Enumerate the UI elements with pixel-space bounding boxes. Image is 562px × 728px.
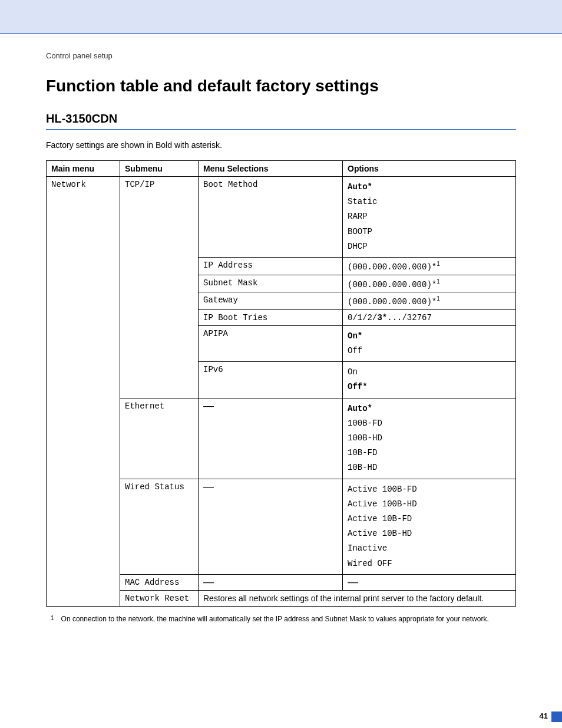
opt: 10B-HD: [348, 460, 511, 475]
opt: On: [348, 365, 511, 380]
breadcrumb: Control panel setup: [46, 51, 516, 60]
opt: Static: [348, 195, 511, 209]
col-main-menu: Main menu: [47, 161, 120, 177]
sel-ip-boot-tries: IP Boot Tries: [199, 309, 343, 325]
opt-ipv6: On Off*: [343, 362, 516, 398]
sel-ip-address: IP Address: [199, 257, 343, 275]
sel-ethernet: —: [199, 398, 343, 479]
footnote-number: 1: [51, 615, 54, 623]
footnote-text: On connection to the network, the machin…: [61, 615, 489, 623]
sel-boot-method: Boot Method: [199, 177, 343, 258]
submenu-mac-address: MAC Address: [120, 574, 199, 590]
submenu-ethernet: Ethernet: [120, 398, 199, 479]
sel-apipa: APIPA: [199, 325, 343, 361]
submenu-wired-status: Wired Status: [120, 479, 199, 574]
opt-apipa: On* Off: [343, 325, 516, 361]
opt-text: (000.000.000.000)*: [348, 297, 437, 307]
opt-text: (000.000.000.000)*: [348, 279, 437, 289]
page-title: Function table and default factory setti…: [46, 77, 516, 95]
header-band: [0, 0, 562, 34]
opt: RARP: [348, 209, 511, 224]
col-options: Options: [343, 161, 516, 177]
sel-mac-address: —: [199, 574, 343, 590]
col-submenu: Submenu: [120, 161, 199, 177]
submenu-network-reset: Network Reset: [120, 590, 199, 606]
opt-ip-address: (000.000.000.000)*1: [343, 257, 516, 275]
page-footer: 41: [46, 711, 516, 728]
opt-text: (000.000.000.000)*: [348, 262, 437, 272]
sel-subnet-mask: Subnet Mask: [199, 275, 343, 292]
opt: Auto*: [348, 401, 511, 416]
opt: Active 100B-HD: [348, 497, 511, 512]
network-reset-desc: Restores all network settings of the int…: [199, 590, 516, 606]
dash-icon: —: [203, 480, 214, 492]
opt: Active 10B-FD: [348, 512, 511, 526]
opt: 10B-FD: [348, 446, 511, 460]
opt: 100B-FD: [348, 416, 511, 431]
model-subtitle: HL-3150CDN: [46, 112, 516, 126]
opt: 100B-HD: [348, 431, 511, 446]
dash-icon: —: [203, 576, 214, 588]
opt: On*: [348, 329, 511, 344]
opt-mac-address: —: [343, 574, 516, 590]
opt-wired-status: Active 100B-FD Active 100B-HD Active 10B…: [343, 479, 516, 574]
accent-rule: [46, 129, 516, 130]
opt: Off: [348, 344, 511, 358]
opt: DHCP: [348, 239, 511, 254]
dash-icon: —: [203, 400, 214, 411]
footnote-ref-icon: 1: [437, 295, 440, 302]
opt: Wired OFF: [348, 556, 511, 571]
opt: Active 10B-HD: [348, 526, 511, 541]
function-table: Main menu Submenu Menu Selections Option…: [46, 160, 516, 607]
main-menu-cell: Network: [47, 177, 120, 607]
opt-subnet-mask: (000.000.000.000)*1: [343, 275, 516, 292]
opt: Auto*: [348, 180, 511, 195]
opt-bold: 3*: [377, 313, 387, 322]
opt: Off*: [348, 380, 511, 394]
table-header-row: Main menu Submenu Menu Selections Option…: [47, 161, 516, 177]
footnote-ref-icon: 1: [437, 278, 440, 285]
dash-icon: —: [348, 576, 358, 588]
sel-ipv6: IPv6: [199, 362, 343, 398]
footnote-ref-icon: 1: [437, 261, 440, 267]
page-number: 41: [540, 711, 548, 720]
opt-gateway: (000.000.000.000)*1: [343, 292, 516, 310]
opt-boot-method: Auto* Static RARP BOOTP DHCP: [343, 177, 516, 258]
intro-text: Factory settings are shown in Bold with …: [46, 140, 516, 150]
opt: Inactive: [348, 541, 511, 556]
sel-gateway: Gateway: [199, 292, 343, 310]
opt-ethernet: Auto* 100B-FD 100B-HD 10B-FD 10B-HD: [343, 398, 516, 479]
table-row: Network TCP/IP Boot Method Auto* Static …: [47, 177, 516, 258]
footnote: 1 On connection to the network, the mach…: [46, 615, 516, 623]
page-number-accent: [551, 711, 562, 722]
opt-pre: 0/1/2/: [348, 313, 377, 322]
opt: BOOTP: [348, 225, 511, 239]
submenu-tcpip: TCP/IP: [120, 177, 199, 398]
opt-ip-boot-tries: 0/1/2/3*.../32767: [343, 309, 516, 325]
col-menu-sel: Menu Selections: [199, 161, 343, 177]
opt: Active 100B-FD: [348, 482, 511, 497]
sel-wired-status: —: [199, 479, 343, 574]
opt-post: .../32767: [387, 313, 432, 322]
